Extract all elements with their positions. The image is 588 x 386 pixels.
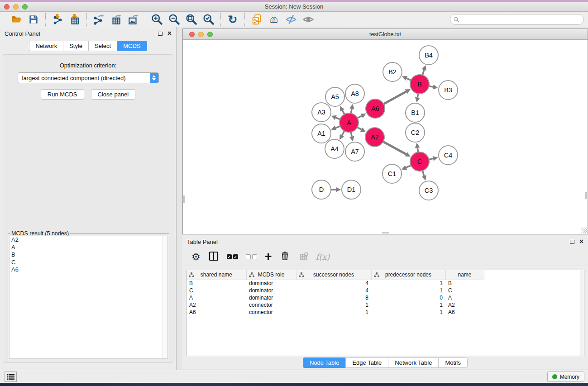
cell-successor-nodes[interactable]: 4 xyxy=(296,287,371,294)
clear-selection-button[interactable] xyxy=(246,251,257,263)
export-table-button[interactable] xyxy=(110,13,122,26)
column-header-MCDS-role[interactable]: MCDS role xyxy=(246,270,296,280)
run-mcds-button[interactable]: Run MCDS xyxy=(41,89,84,100)
resize-grip-icon[interactable] xyxy=(581,228,587,234)
save-button[interactable] xyxy=(27,13,40,26)
cell-name[interactable]: C xyxy=(445,287,484,294)
tab-network-table[interactable]: Network Table xyxy=(388,357,438,368)
result-item[interactable]: B xyxy=(10,251,167,259)
cell-predecessor-nodes[interactable]: 0 xyxy=(371,294,445,301)
edge-A6-B[interactable] xyxy=(383,91,406,104)
copy-view-button[interactable] xyxy=(250,13,263,26)
cell-successor-nodes[interactable]: 4 xyxy=(296,280,371,287)
tab-node-table[interactable]: Node Table xyxy=(303,357,346,368)
tab-motifs[interactable]: Motifs xyxy=(438,357,468,368)
show-view-button[interactable] xyxy=(302,13,315,26)
cell-name[interactable]: A6 xyxy=(445,309,484,316)
close-window-button[interactable] xyxy=(4,4,10,10)
cell-name[interactable]: B xyxy=(445,280,484,287)
toolbar-group xyxy=(87,13,145,26)
export-image-button[interactable] xyxy=(127,13,139,26)
cell-shared-name[interactable]: C xyxy=(186,287,246,294)
network-minimize-button[interactable] xyxy=(198,32,204,37)
cell-shared-name[interactable]: B xyxy=(186,280,246,287)
open-button[interactable] xyxy=(10,13,23,26)
float-panel-icon[interactable] xyxy=(158,32,163,36)
split-panel-button[interactable] xyxy=(208,251,219,263)
network-right-scrollbar[interactable] xyxy=(585,192,587,199)
cell-successor-nodes[interactable]: 1 xyxy=(296,301,371,309)
cell-predecessor-nodes[interactable]: 1 xyxy=(371,309,445,316)
minimize-window-button[interactable] xyxy=(13,4,19,10)
tab-mcds[interactable]: MCDS xyxy=(117,41,147,51)
table-row[interactable]: Adominator80A xyxy=(186,294,484,301)
network-maximize-button[interactable] xyxy=(207,32,213,37)
mcds-result-list[interactable]: A2ABCA6 xyxy=(9,236,168,359)
cell-successor-nodes[interactable]: 8 xyxy=(296,294,371,301)
cell-predecessor-nodes[interactable]: 1 xyxy=(371,280,445,287)
cell-MCDS-role[interactable]: dominator xyxy=(246,280,296,287)
network-vertical-scrollbar[interactable] xyxy=(183,195,185,203)
table-float-panel-icon[interactable] xyxy=(570,240,574,244)
cell-MCDS-role[interactable]: connector xyxy=(246,309,296,316)
hide-panel-button[interactable] xyxy=(285,13,297,26)
import-network-button[interactable] xyxy=(51,13,64,26)
edge-A2-C[interactable] xyxy=(383,142,406,154)
cell-name[interactable]: A xyxy=(445,294,484,301)
cell-shared-name[interactable]: A6 xyxy=(186,309,246,316)
node-label-B4: B4 xyxy=(425,52,433,59)
result-scrollbar[interactable] xyxy=(163,236,167,358)
table-row[interactable]: Bdominator41B xyxy=(186,280,484,287)
result-item[interactable]: A2 xyxy=(10,236,167,244)
tab-style[interactable]: Style xyxy=(63,41,88,51)
cell-MCDS-role[interactable]: connector xyxy=(246,301,296,309)
result-item[interactable]: A6 xyxy=(10,266,167,274)
search-input[interactable] xyxy=(462,15,583,24)
cell-shared-name[interactable]: A xyxy=(186,294,246,301)
refresh-layout-button[interactable]: ↻ xyxy=(226,13,239,26)
result-item[interactable]: A xyxy=(10,244,167,252)
memory-button[interactable]: Memory xyxy=(547,372,584,382)
tab-network[interactable]: Network xyxy=(29,41,63,51)
cell-successor-nodes[interactable]: 1 xyxy=(296,309,371,316)
settings-button[interactable]: ⚙ xyxy=(191,251,201,263)
table-row[interactable]: Cdominator41C xyxy=(186,287,484,294)
select-all-button[interactable]: ✓✓ xyxy=(227,251,238,263)
table-close-panel-icon[interactable]: × xyxy=(579,239,583,244)
column-header-shared-name[interactable]: shared name xyxy=(186,270,246,280)
export-network-button[interactable] xyxy=(92,13,105,26)
delete-row-button[interactable] xyxy=(280,251,290,263)
task-history-button[interactable] xyxy=(5,372,17,382)
network-close-button[interactable] xyxy=(189,32,195,37)
import-table-button[interactable] xyxy=(68,13,81,26)
zoom-in-button[interactable] xyxy=(151,13,163,26)
column-header-predecessor-nodes[interactable]: predecessor nodes xyxy=(371,270,445,280)
home-button[interactable]: ⌂⌂ xyxy=(268,13,280,26)
cell-predecessor-nodes[interactable]: 1 xyxy=(371,287,445,294)
tab-select[interactable]: Select xyxy=(88,41,117,51)
column-header-name[interactable]: name xyxy=(445,270,484,280)
table-scrollbar[interactable] xyxy=(580,270,584,356)
zoom-selected-button[interactable] xyxy=(202,13,215,26)
table-row[interactable]: A2connector11A2 xyxy=(186,301,484,309)
close-panel-icon[interactable]: × xyxy=(167,31,172,36)
zoom-fit-button[interactable] xyxy=(185,13,198,26)
search-box[interactable] xyxy=(450,14,584,25)
table-row[interactable]: A6connector11A6 xyxy=(186,309,484,316)
criterion-dropdown[interactable]: largest connected component (directed) xyxy=(18,72,159,83)
zoom-out-button[interactable] xyxy=(168,13,181,26)
column-header-successor-nodes[interactable]: successor nodes xyxy=(296,270,371,280)
cell-name[interactable]: A2 xyxy=(445,301,484,309)
network-canvas[interactable]: B4B2BB3A8A5A6A3B1AC2A1A2A4A7C4CC1C3DD1 xyxy=(183,40,588,234)
toolbar-group: ⌂⌂ xyxy=(245,13,320,26)
network-horizontal-scrollbar[interactable] xyxy=(382,232,389,234)
close-panel-button[interactable]: Close panel xyxy=(91,89,136,100)
cell-shared-name[interactable]: A2 xyxy=(186,301,246,309)
cell-MCDS-role[interactable]: dominator xyxy=(246,294,296,301)
add-row-button[interactable]: + xyxy=(265,251,272,263)
maximize-window-button[interactable] xyxy=(22,4,28,10)
cell-MCDS-role[interactable]: dominator xyxy=(246,287,296,294)
tab-edge-table[interactable]: Edge Table xyxy=(345,357,388,368)
result-item[interactable]: C xyxy=(10,259,167,267)
cell-predecessor-nodes[interactable]: 1 xyxy=(371,301,445,309)
